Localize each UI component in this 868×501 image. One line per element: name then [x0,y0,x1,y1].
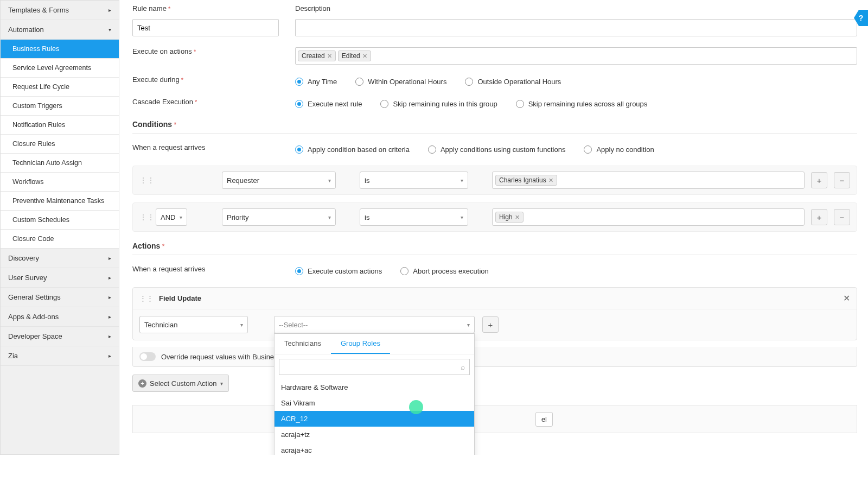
close-icon[interactable]: ✕ [515,214,520,221]
radio-exec-next[interactable]: Execute next rule [295,100,362,108]
override-row: Override request values with Business R [132,347,857,367]
main-form: Rule name Description Execute on actions… [119,0,868,455]
sidebar-item[interactable]: Closure Code [1,230,119,249]
tag-created[interactable]: Created✕ [298,50,336,61]
field-update-box: ⋮⋮ Field Update ✕ Technician▾ --Select--… [132,287,857,340]
execute-during-label: Execute during [132,75,295,84]
sidebar-item[interactable]: Request Life Cycle [1,78,119,97]
sidebar-item-automation[interactable]: Automation ▾ [1,20,119,40]
sidebar-item[interactable]: Closure Rules [1,135,119,154]
sidebar-item[interactable]: Business Rules [1,40,119,59]
dropdown-item[interactable]: acraja+ac [275,442,474,455]
remove-condition-button[interactable]: − [834,209,850,225]
radio-any-time[interactable]: Any Time [295,78,337,86]
condition-row-1: ⋮⋮ Requester▾ is▾ Charles Ignatius✕ + − [132,166,857,195]
rule-name-label: Rule name [132,4,295,12]
dropdown-item[interactable]: Hardware & Software [275,379,474,395]
when-request-label-2: When a request arrives [132,265,295,273]
sidebar-item[interactable]: Notification Rules [1,116,119,135]
drag-handle-icon[interactable]: ⋮⋮ [139,294,154,302]
sidebar-item[interactable]: Custom Schedules [1,211,119,230]
dropdown-panel: Technicians Group Roles ⌕ Hardware & Sof… [274,333,475,455]
add-condition-button[interactable]: + [811,209,827,225]
technician-value-select[interactable]: --Select--▾ [274,316,475,333]
cond1-field-select[interactable]: Requester▾ [222,172,336,189]
radio-cond-custom[interactable]: Apply conditions using custom functions [428,145,566,154]
select-custom-action-button[interactable]: + Select Custom Action ▾ [132,375,229,392]
description-input[interactable] [295,19,857,36]
sidebar-item-label: Templates & Forms [8,6,69,14]
close-icon[interactable]: ✕ [548,177,553,184]
conditions-section-header: Conditions [132,120,857,129]
remove-condition-button[interactable]: − [834,172,850,188]
footer-bar: el [132,405,857,433]
sidebar-item[interactable]: Zia▸ [1,346,119,366]
sidebar-item[interactable]: Developer Space▸ [1,327,119,346]
sidebar-item[interactable]: Technician Auto Assign [1,154,119,173]
sidebar-item[interactable]: Discovery▸ [1,249,119,268]
sidebar-item[interactable]: Workflows [1,173,119,192]
drag-handle-icon[interactable]: ⋮⋮ [139,176,149,185]
radio-outside-op[interactable]: Outside Operational Hours [465,78,561,86]
radio-abort[interactable]: Abort process execution [400,267,488,275]
tab-group-roles[interactable]: Group Roles [331,334,390,354]
radio-skip-group[interactable]: Skip remaining rules in this group [380,100,497,108]
sidebar: Templates & Forms ▸ Automation ▾ Busines… [0,0,119,455]
when-request-label: When a request arrives [132,143,295,151]
plus-circle-icon: + [138,379,146,388]
drag-handle-icon[interactable]: ⋮⋮ [139,213,149,221]
chevron-right-icon: ▸ [108,7,111,13]
dropdown-item[interactable]: acraja+tz [275,427,474,442]
tab-technicians[interactable]: Technicians [275,334,331,354]
chevron-down-icon: ▾ [108,27,111,33]
cond2-value-box[interactable]: High✕ [492,208,805,226]
dropdown-search-input[interactable] [279,359,470,375]
radio-cond-none[interactable]: Apply no condition [584,145,654,154]
cond1-value-box[interactable]: Charles Ignatius✕ [492,172,805,189]
description-label: Description [295,4,857,12]
sidebar-item-templates-forms[interactable]: Templates & Forms ▸ [1,1,119,20]
cond2-join-select[interactable]: AND▾ [156,208,187,226]
sidebar-item[interactable]: Service Level Agreements [1,59,119,78]
tag-edited[interactable]: Edited✕ [338,50,371,61]
dropdown-item[interactable]: ACR_12 [275,411,474,427]
field-update-label: Field Update [159,294,201,302]
close-icon[interactable]: ✕ [362,53,367,60]
sidebar-item-label: Automation [8,26,44,34]
radio-skip-all[interactable]: Skip remaining rules across all groups [516,100,648,108]
rule-name-input[interactable] [132,19,279,36]
add-condition-button[interactable]: + [811,172,827,188]
override-toggle[interactable] [139,352,156,361]
cancel-button-fragment[interactable]: el [535,412,553,427]
add-field-button[interactable]: + [482,316,499,333]
cursor-indicator [409,400,423,414]
condition-row-2: ⋮⋮ AND▾ Priority▾ is▾ High✕ + − [132,202,857,232]
dropdown-list: Hardware & SoftwareSai VikramACR_12acraj… [275,379,474,455]
close-icon[interactable]: ✕ [327,53,332,60]
close-icon[interactable]: ✕ [843,293,850,303]
execute-on-label: Execute on actions [132,47,295,55]
sidebar-item[interactable]: Custom Triggers [1,97,119,116]
cascade-label: Cascade Execution [132,98,295,106]
radio-cond-criteria[interactable]: Apply condition based on criteria [295,145,410,154]
search-icon: ⌕ [461,363,465,371]
cond2-op-select[interactable]: is▾ [360,208,468,226]
technician-field-select[interactable]: Technician▾ [139,316,248,333]
cond2-field-select[interactable]: Priority▾ [222,208,336,226]
cond1-op-select[interactable]: is▾ [360,172,468,189]
radio-exec-custom[interactable]: Execute custom actions [295,267,382,275]
sidebar-item[interactable]: User Survey▸ [1,268,119,288]
sidebar-item[interactable]: Preventive Maintenance Tasks [1,192,119,211]
sidebar-automation-submenu: Business RulesService Level AgreementsRe… [1,40,119,249]
dropdown-item[interactable]: Sai Vikram [275,395,474,411]
radio-within-op[interactable]: Within Operational Hours [355,78,446,86]
sidebar-item[interactable]: General Settings▸ [1,288,119,307]
override-label: Override request values with Business R [161,353,288,361]
actions-section-header: Actions [132,242,857,250]
execute-on-tagbox[interactable]: Created✕ Edited✕ [295,47,857,65]
sidebar-item[interactable]: Apps & Add-ons▸ [1,307,119,327]
